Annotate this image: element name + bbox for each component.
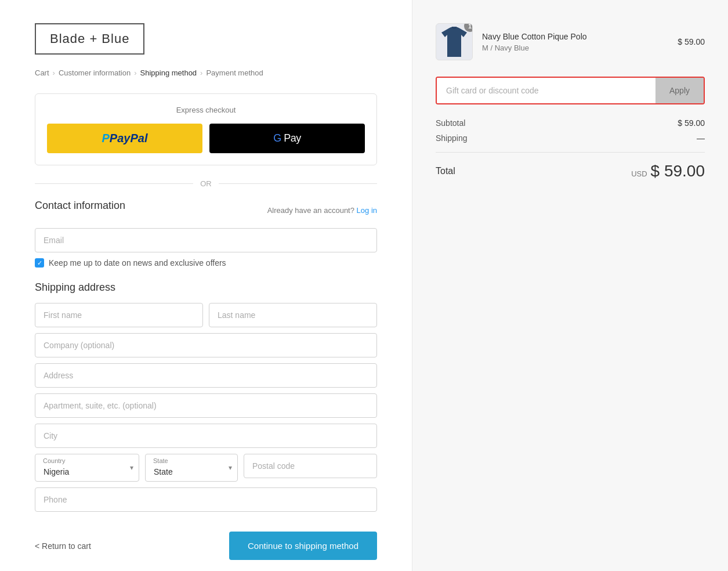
product-price: $ 59.00 [678, 37, 705, 46]
paypal-button[interactable]: PPayPal [47, 124, 202, 153]
gpay-logo: G Pay [273, 132, 301, 144]
breadcrumb-customer[interactable]: Customer information [59, 68, 131, 77]
subtotal-value: $ 59.00 [678, 118, 705, 128]
or-divider: OR [35, 179, 377, 188]
state-wrapper: State State ▾ [145, 454, 238, 482]
product-info: Navy Blue Cotton Pique Polo M / Navy Blu… [482, 32, 668, 52]
newsletter-checkbox[interactable]: ✓ [35, 258, 44, 268]
contact-heading: Contact information [35, 200, 125, 212]
apt-field[interactable] [35, 393, 377, 418]
product-variant: M / Navy Blue [482, 44, 668, 52]
express-buttons: PPayPal G Pay [47, 124, 365, 153]
last-name-field[interactable] [209, 303, 377, 327]
breadcrumb-sep-3: › [200, 68, 202, 77]
breadcrumb-payment[interactable]: Payment method [206, 68, 263, 77]
newsletter-label: Keep me up to date on news and exclusive… [49, 258, 226, 268]
gpay-button[interactable]: G Pay [209, 124, 365, 153]
product-name: Navy Blue Cotton Pique Polo [482, 32, 668, 41]
total-amount: $ 59.00 [651, 162, 705, 180]
continue-to-shipping-button[interactable]: Continue to shipping method [229, 532, 377, 560]
total-row: Total USD $ 59.00 [436, 162, 705, 180]
express-title: Express checkout [47, 106, 365, 114]
express-checkout-section: Express checkout PPayPal G Pay [35, 93, 377, 165]
right-panel: 1 Navy Blue Cotton Pique Polo M / Navy B… [412, 0, 728, 571]
return-to-cart-link[interactable]: < Return to cart [35, 541, 91, 551]
country-select[interactable]: Nigeria [35, 454, 139, 482]
shipping-row: Shipping — [436, 133, 705, 143]
shipping-label: Shipping [436, 133, 468, 143]
subtotal-label: Subtotal [436, 118, 465, 128]
product-thumbnail: 1 [436, 23, 473, 60]
shipping-heading: Shipping address [35, 281, 377, 294]
bottom-actions: < Return to cart Continue to shipping me… [35, 532, 377, 560]
product-image [441, 27, 467, 57]
checkmark-icon: ✓ [37, 260, 42, 266]
left-panel: Blade + Blue Cart › Customer information… [0, 0, 412, 571]
total-value: USD $ 59.00 [631, 162, 705, 180]
breadcrumb-sep-2: › [134, 68, 136, 77]
paypal-logo: PPayPal [102, 132, 148, 145]
summary-divider [436, 152, 705, 153]
country-wrapper: Country Nigeria ▾ [35, 454, 139, 482]
brand-name: Blade + Blue [50, 31, 129, 46]
login-link[interactable]: Log in [357, 206, 377, 215]
discount-input[interactable] [437, 78, 655, 103]
first-name-field[interactable] [35, 303, 203, 327]
newsletter-row: ✓ Keep me up to date on news and exclusi… [35, 258, 377, 268]
breadcrumb-shipping: Shipping method [140, 68, 197, 77]
address-selects-row: Country Nigeria ▾ State State ▾ [35, 454, 377, 482]
total-label: Total [436, 166, 455, 176]
contact-header: Contact information Already have an acco… [35, 200, 377, 221]
apply-discount-button[interactable]: Apply [655, 78, 704, 103]
subtotal-row: Subtotal $ 59.00 [436, 118, 705, 128]
phone-field[interactable] [35, 487, 377, 512]
state-select[interactable]: State [145, 454, 238, 482]
total-currency: USD [631, 169, 647, 178]
postal-wrapper [244, 454, 377, 482]
breadcrumb-sep-1: › [53, 68, 55, 77]
breadcrumb-cart[interactable]: Cart [35, 68, 49, 77]
product-row: 1 Navy Blue Cotton Pique Polo M / Navy B… [436, 23, 705, 60]
email-field[interactable] [35, 228, 377, 252]
shipping-value: — [697, 133, 705, 143]
discount-section: Apply [436, 77, 705, 104]
breadcrumb: Cart › Customer information › Shipping m… [35, 68, 377, 77]
name-row [35, 303, 377, 333]
company-field[interactable] [35, 333, 377, 357]
login-link-row: Already have an account? Log in [267, 206, 377, 215]
postal-field[interactable] [244, 454, 377, 478]
city-field[interactable] [35, 424, 377, 448]
logo: Blade + Blue [35, 23, 144, 55]
address-field[interactable] [35, 363, 377, 388]
